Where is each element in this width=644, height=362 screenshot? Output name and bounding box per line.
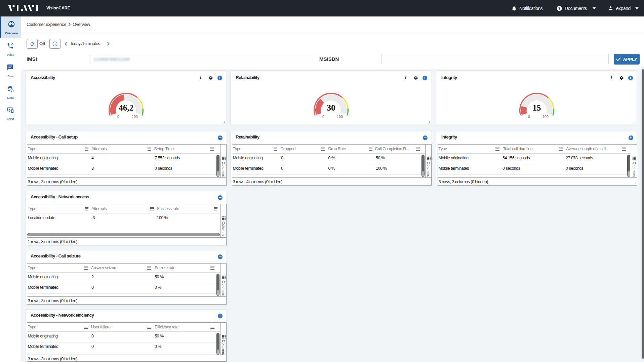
- svg-text:?: ?: [558, 6, 560, 10]
